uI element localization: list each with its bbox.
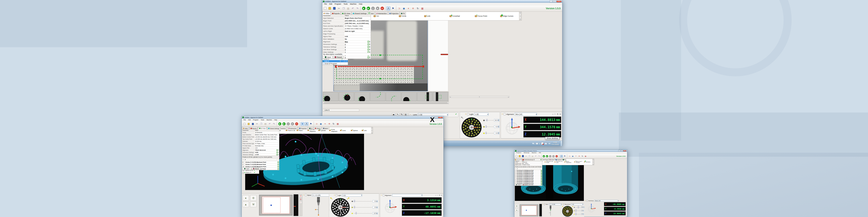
parameter-row[interactable]: Fit Initial ValueNominals Only [242,145,279,147]
slider-thumb[interactable] [354,206,355,208]
palette-tool-einstellen[interactable]: ⬤Einstellen [584,160,593,164]
category-tab-batch[interactable]: Batch [322,127,329,130]
cut-icon[interactable]: ✂ [337,6,341,10]
abort-icon[interactable]: ≪ [380,6,384,10]
magnet-icon[interactable]: ⊃ [568,155,571,157]
menu-item-hilfe[interactable]: Hilfe [538,152,542,153]
menu-item-maschine[interactable]: Maschine [531,152,537,153]
setting-value-link[interactable]: 1 [344,57,368,58]
setting-link-row[interactable]: AlignmentTTR-07.301.01-02↗▾ [242,149,279,151]
cone-icon[interactable]: ▲ [243,202,249,207]
light-dropdown[interactable]: 1 (8)▾ [474,113,489,116]
alignment-tool-icon[interactable]: ⌗ [552,113,553,116]
fit-point-row[interactable]: 9Circles.Y (+13.50).Minimum Point✓ [242,163,279,165]
level-cross-icon[interactable]: ✛ [328,122,331,126]
undo-icon[interactable]: ↶ [534,155,537,157]
lock-icon[interactable]: ⚿ [334,194,335,196]
lock-icon[interactable]: ⚿ [585,200,586,202]
tab-ergebnis[interactable]: Ergebnis [522,184,529,186]
setting-link-row[interactable]: Tolerance Settings± 0.05↗▾ [242,154,279,156]
run-single-icon[interactable]: ▶ [546,155,548,157]
tab-result[interactable]: Result [333,56,343,59]
snapshot-thumbnail[interactable] [433,92,448,101]
fit-point-link[interactable]: Ausrichtung.Z (+13.50).Minimum Punkt [516,174,541,175]
page-icon[interactable] [305,194,307,196]
slider-thumb[interactable] [578,206,579,208]
light-dropdown[interactable]: 2 (0)▾ [342,194,362,196]
run-icon[interactable]: ▶ [362,6,366,10]
slider-thumb[interactable] [576,209,577,212]
fit-point-link[interactable]: Ausrichtung.Z (+13.50).Maximum Punkt [516,170,541,171]
inspect-icon[interactable]: ⌖ [575,155,577,157]
inspect-icon[interactable]: ⌖ [323,122,327,126]
menu-item-machine[interactable]: Machine [266,119,273,121]
abort-icon[interactable]: ≪ [555,155,558,157]
network-icon[interactable] [545,143,547,145]
slider-value-spinner[interactable]: 0.0▴▾ [581,210,584,211]
paste-icon[interactable]: ▤ [531,155,534,157]
filmstrip-scrollbar[interactable]: ◂▸ [323,102,449,104]
move-up-icon[interactable]: ↑ [276,159,277,160]
ring-rotate-right-icon[interactable] [347,197,350,200]
stop-icon[interactable]: ■ [552,155,555,157]
fit-point-link[interactable]: Circles.Z (+13.50).Maximum Point [245,161,277,163]
run-icon[interactable]: ▶ [542,155,545,157]
page-icon[interactable] [383,194,384,196]
camera-target-icon[interactable]: ◉ [571,155,574,157]
apply-icon[interactable]: ↗ [540,159,541,160]
palette-tool-focus-point[interactable]: ⚐Focus Point [475,13,496,20]
teach-flag-icon[interactable]: ⚑ [391,6,395,10]
slider-value-spinner[interactable]: 0.0▴▾ [373,206,378,208]
delete-point-icon[interactable]: ✕ [243,159,244,160]
page-icon[interactable] [563,204,564,205]
sphere-icon[interactable]: ● [243,195,249,201]
dropdown-arrow-icon[interactable]: ▾ [370,43,370,45]
parameter-row[interactable]: Left to RightDark to Light [322,30,371,33]
setting-link-row[interactable]: Link Move Settings1↗▾ [322,48,371,51]
magnet-icon[interactable]: ⊃ [397,6,401,10]
viewport-tab-geteilte-einstellungen[interactable]: Geteilte Einstellungen [522,159,534,160]
light-ring-control[interactable] [461,117,482,138]
fit-point-link[interactable]: Ausrichtung.Y (+13.50).Maximum Punkt [516,178,541,179]
run-icon[interactable]: ▶ [278,122,281,126]
alignment-tool-icon[interactable]: ⚒ [441,194,442,196]
park-icon[interactable]: ⏏ [392,113,395,116]
viewport-tab-shared-settings[interactable]: Shared Settings [352,12,368,15]
dropdown-arrow-icon[interactable]: ▾ [561,204,561,205]
slider-thumb[interactable] [486,125,487,128]
fit-point-link[interactable]: Circles.Y (+13.50).Minimum Point [245,164,277,165]
parameter-row[interactable]: Bottom Center Point(-22.000 mm,-66.200 m… [242,136,279,138]
slider-thumb[interactable] [355,212,356,214]
snapshot-thumbnail[interactable] [370,92,385,101]
alignment-tool-icon[interactable]: ⚐ [554,113,556,116]
snapshot-thumbnail[interactable] [386,92,401,101]
camera-target-icon[interactable]: ◉ [319,122,323,126]
viewport-tab-video[interactable]: Video [242,127,249,130]
keyboard-icon[interactable] [536,143,538,145]
parameter-row[interactable]: Diameter10.000 mm [242,140,279,143]
spinner-arrows-icon[interactable]: ▴▾ [376,213,377,214]
volume-icon[interactable]: ◄) [548,143,551,145]
category-tab-schnitt[interactable]: Schnitt [549,159,555,160]
maximize-button[interactable]: ▢ [621,150,623,152]
palette-tool-link[interactable]: •Link [424,13,445,20]
probe-icon[interactable]: ⚙ [515,205,519,208]
page-icon[interactable] [504,113,505,115]
apply-icon[interactable]: ↗ [368,12,370,14]
tree-item[interactable]: ╲Line 6 [322,60,348,62]
menu-item-program[interactable]: Program [334,3,342,5]
slider-value-spinner[interactable]: 0.0▴▾ [581,213,584,215]
spinner-arrows-icon[interactable]: ▴▾ [498,119,499,121]
ring-rotate-icon[interactable] [460,116,464,119]
viewport-tab-3d-view[interactable]: 3D View [341,12,351,15]
alignment-dropdown[interactable]: ▾ [392,194,422,196]
link-settings-icon[interactable]: ↗ [368,57,369,58]
fit-point-link[interactable]: Ausrichtung.Z (+13.50).Maximum Punkt [516,175,541,176]
setting-value-link[interactable]: 1 [344,46,368,48]
lock-icon[interactable]: ⚿ [542,204,543,205]
close-button[interactable]: ✕ [556,0,562,2]
stop-icon[interactable]: ■ [290,122,294,126]
rotate-icon[interactable]: ↻ [332,122,335,126]
new-file-icon[interactable] [323,6,327,10]
window-approve-demeet-touch[interactable]: Untitled - Approve for DeMeet–▢✕FileEdit… [242,116,444,217]
